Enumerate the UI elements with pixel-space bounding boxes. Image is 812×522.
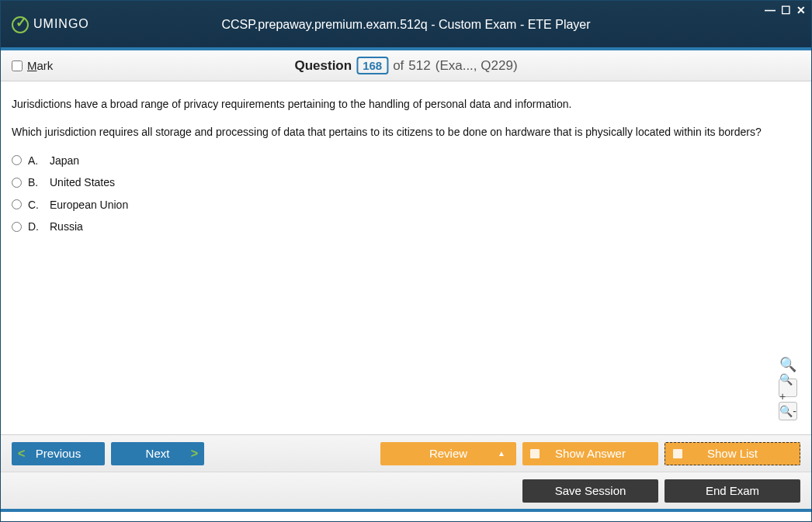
- zoom-tools: 🔍 🔍+ 🔍-: [779, 355, 797, 420]
- question-prompt: Which jurisdiction requires all storage …: [12, 123, 800, 140]
- end-exam-label: End Exam: [706, 484, 759, 497]
- option-a[interactable]: A. Japan: [12, 152, 800, 169]
- close-icon[interactable]: ✕: [796, 4, 807, 16]
- option-b-radio[interactable]: [12, 178, 22, 188]
- footer-nav: < Previous Next > Review ▲ Show Answer S…: [1, 434, 811, 472]
- previous-label: Previous: [36, 447, 81, 460]
- question-context: Jurisdictions have a broad range of priv…: [12, 95, 800, 112]
- zoom-out-icon[interactable]: 🔍-: [779, 402, 797, 420]
- option-c-radio[interactable]: [12, 199, 22, 209]
- show-answer-button[interactable]: Show Answer: [522, 442, 658, 465]
- mark-checkbox[interactable]: Mark: [12, 59, 53, 72]
- app-title: CCSP.prepaway.premium.exam.512q - Custom…: [221, 18, 590, 32]
- triangle-up-icon: ▲: [498, 449, 505, 458]
- show-list-label: Show List: [707, 447, 758, 460]
- mark-label-rest: ark: [37, 59, 54, 72]
- review-button[interactable]: Review ▲: [380, 442, 516, 465]
- option-d-radio[interactable]: [12, 222, 22, 232]
- total-questions: 512: [408, 58, 430, 74]
- option-d-letter: D.: [28, 218, 43, 235]
- option-b-letter: B.: [28, 174, 43, 191]
- option-c-text: European Union: [50, 196, 128, 213]
- option-c[interactable]: C. European Union: [12, 196, 800, 213]
- option-b-text: United States: [50, 174, 115, 191]
- of-word: of: [393, 58, 404, 74]
- zoom-in-icon[interactable]: 🔍+: [779, 379, 797, 397]
- option-c-letter: C.: [28, 196, 43, 213]
- show-answer-label: Show Answer: [555, 447, 626, 460]
- window-controls: — ☐ ✕: [765, 4, 807, 16]
- square-icon: [673, 449, 682, 458]
- show-list-button[interactable]: Show List: [665, 442, 800, 465]
- minimize-icon[interactable]: —: [765, 4, 776, 16]
- title-bar: UMINGO CCSP.prepaway.premium.exam.512q -…: [1, 1, 811, 47]
- next-label: Next: [146, 447, 170, 460]
- save-session-label: Save Session: [555, 484, 626, 497]
- maximize-icon[interactable]: ☐: [780, 4, 791, 16]
- next-button[interactable]: Next >: [111, 442, 204, 465]
- mark-checkbox-input[interactable]: [12, 60, 23, 71]
- question-content: Jurisdictions have a broad range of priv…: [1, 81, 811, 434]
- option-b[interactable]: B. United States: [12, 174, 800, 191]
- question-number[interactable]: 168: [356, 57, 388, 74]
- footer-session: Save Session End Exam: [1, 472, 811, 509]
- save-session-button[interactable]: Save Session: [522, 479, 658, 503]
- bottom-accent-bar: [1, 509, 811, 512]
- chevron-right-icon: >: [191, 447, 198, 461]
- review-label: Review: [429, 447, 467, 460]
- options-list: A. Japan B. United States C. European Un…: [12, 152, 800, 236]
- previous-button[interactable]: < Previous: [12, 442, 105, 465]
- square-icon: [530, 449, 540, 458]
- option-d[interactable]: D. Russia: [12, 218, 800, 235]
- chevron-left-icon: <: [18, 447, 25, 461]
- logo: UMINGO: [10, 15, 89, 33]
- option-a-letter: A.: [28, 152, 43, 169]
- question-indicator: Question 168 of 512 (Exa..., Q229): [294, 57, 517, 74]
- logo-text: UMINGO: [33, 17, 89, 31]
- end-exam-button[interactable]: End Exam: [665, 479, 800, 503]
- question-meta: (Exa..., Q229): [435, 58, 518, 74]
- option-a-radio[interactable]: [12, 155, 22, 165]
- option-a-text: Japan: [50, 152, 79, 169]
- option-d-text: Russia: [50, 218, 83, 235]
- logo-check-icon: [10, 15, 29, 33]
- question-bar: Mark Question 168 of 512 (Exa..., Q229): [1, 50, 811, 81]
- question-word: Question: [294, 58, 352, 74]
